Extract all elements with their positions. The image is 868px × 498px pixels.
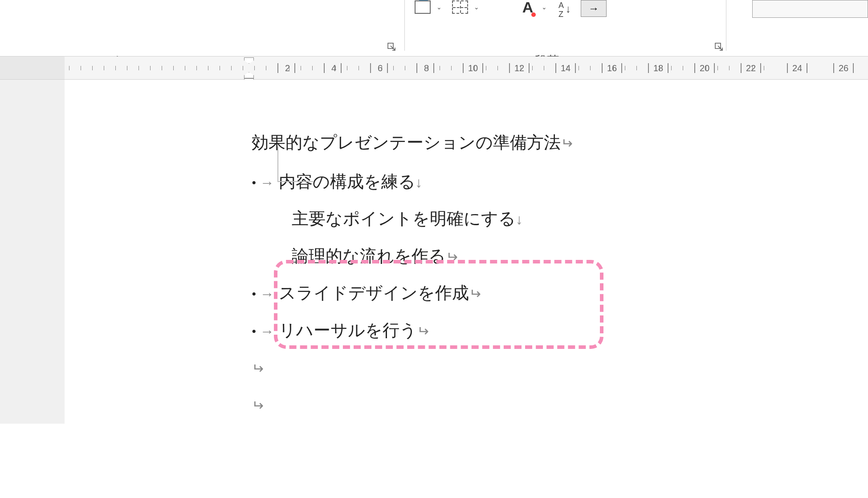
document-text-line[interactable]: 論理的な流れを作る↵ bbox=[292, 238, 868, 275]
paragraph-dialog-launcher[interactable] bbox=[715, 43, 724, 52]
styles-gallery[interactable] bbox=[752, 0, 868, 18]
ruler-major-tick bbox=[509, 63, 510, 73]
ruler-major-tick bbox=[741, 63, 742, 73]
chevron-down-icon: ⌄ bbox=[436, 4, 442, 11]
border-grid-icon bbox=[452, 0, 468, 14]
ruler-major-tick bbox=[433, 63, 434, 73]
border-button[interactable]: ⌄ bbox=[447, 0, 481, 14]
ruler-tick bbox=[173, 66, 174, 70]
ruler-label: 6 bbox=[378, 63, 383, 73]
ruler-tick bbox=[405, 66, 405, 70]
ruler-tick bbox=[266, 66, 266, 70]
document-text-line[interactable]: 主要なポイントを明確にする↓ bbox=[292, 200, 868, 238]
ruler-tick bbox=[104, 66, 104, 70]
empty-paragraph[interactable]: ↵ bbox=[252, 349, 868, 387]
ruler-tick bbox=[486, 66, 486, 70]
ruler-tick bbox=[590, 66, 591, 70]
shading-button[interactable]: ⌄ bbox=[410, 0, 444, 14]
ruler-label: 20 bbox=[700, 63, 709, 73]
ruler-major-tick bbox=[294, 63, 295, 73]
ruler-tick bbox=[127, 66, 127, 70]
sort-icon: A Z bbox=[558, 1, 571, 19]
ruler-major-tick bbox=[529, 63, 530, 73]
bullet-icon: • bbox=[252, 317, 257, 346]
ruler-tick bbox=[671, 66, 672, 70]
ruler-major-tick bbox=[341, 63, 342, 73]
ruler-label: 8 bbox=[424, 63, 429, 73]
ruler-major-tick bbox=[387, 63, 388, 73]
ruler-tick bbox=[139, 66, 139, 70]
ruler-major-tick bbox=[787, 63, 788, 73]
document-bullet-line[interactable]: • → 内容の構成を練る↓ bbox=[252, 163, 868, 201]
font-dialog-launcher[interactable] bbox=[387, 43, 396, 52]
document-page[interactable]: 効果的なプレゼンテーションの準備方法↵ • → 内容の構成を練る↓ 主要なポイン… bbox=[65, 80, 868, 424]
ruler-major-tick bbox=[807, 63, 807, 73]
ruler-major-tick bbox=[416, 63, 417, 73]
text-effect-button[interactable]: A ⌄ bbox=[515, 0, 549, 14]
ruler-tick bbox=[636, 66, 637, 70]
ruler-tick bbox=[683, 66, 683, 70]
ruler-tick bbox=[243, 66, 243, 70]
ruler-tick bbox=[162, 66, 162, 70]
ruler-label: 14 bbox=[561, 63, 571, 73]
horizontal-ruler[interactable]: 2468101214161820222426 bbox=[0, 57, 868, 80]
ruler-tick bbox=[185, 66, 185, 70]
ruler-tick bbox=[544, 66, 544, 70]
tab-mark-icon: → bbox=[260, 316, 274, 347]
ruler-tick bbox=[579, 66, 579, 70]
ruler-major-tick bbox=[575, 63, 576, 73]
ruler-major-tick bbox=[482, 63, 483, 73]
ruler-tick bbox=[254, 66, 255, 70]
ruler-label: 24 bbox=[792, 63, 802, 73]
tab-mark-icon: → bbox=[260, 167, 274, 198]
ruler-tick bbox=[359, 66, 359, 70]
ruler-label: 16 bbox=[607, 63, 617, 73]
document-bullet-line[interactable]: • → リハーサルを行う↵ bbox=[252, 312, 868, 349]
show-formatting-marks-button[interactable]: → bbox=[581, 0, 607, 17]
empty-paragraph[interactable]: ↵ bbox=[252, 386, 868, 424]
ruler-tick bbox=[347, 66, 347, 70]
ruler-major-tick bbox=[694, 63, 695, 73]
ruler-tick bbox=[81, 66, 81, 70]
sort-button[interactable]: A Z bbox=[557, 0, 573, 20]
ruler-major-tick bbox=[668, 63, 668, 73]
ruler-tick bbox=[301, 66, 301, 70]
ruler-label: 18 bbox=[653, 63, 663, 73]
ribbon: ⌄ ⌄ A ⌄ A Z → フォント 段落 bbox=[0, 0, 868, 57]
ruler-tick bbox=[440, 66, 440, 70]
line-break-mark-icon: ↓ bbox=[416, 167, 423, 198]
document-area: 効果的なプレゼンテーションの準備方法↵ • → 内容の構成を練る↓ 主要なポイン… bbox=[0, 80, 868, 424]
ruler-tick bbox=[150, 66, 151, 70]
ruler-label: 22 bbox=[746, 63, 756, 73]
ruler-major-tick bbox=[324, 63, 325, 73]
ruler-major-tick bbox=[370, 63, 371, 73]
ruler-tick bbox=[532, 66, 533, 70]
ruler-label: 2 bbox=[285, 63, 290, 73]
ruler-major-tick bbox=[714, 63, 715, 73]
tab-mark-icon: → bbox=[260, 278, 274, 309]
ruler-tick bbox=[497, 66, 498, 70]
ruler-major-tick bbox=[555, 63, 556, 73]
ruler-tick bbox=[717, 66, 718, 70]
document-text-line[interactable]: 効果的なプレゼンテーションの準備方法↵ bbox=[252, 124, 868, 162]
shading-icon bbox=[415, 0, 431, 14]
group-divider bbox=[726, 0, 726, 51]
ruler-major-tick bbox=[760, 63, 761, 73]
ruler-major-tick bbox=[277, 63, 278, 73]
ruler-tick bbox=[625, 66, 625, 70]
chevron-down-icon: ⌄ bbox=[542, 4, 547, 11]
bullet-icon: • bbox=[252, 168, 257, 198]
ruler-tick bbox=[764, 66, 764, 70]
ruler-major-tick bbox=[853, 63, 854, 73]
ruler-major-tick bbox=[648, 63, 649, 73]
paragraph-mark-icon: ↵ bbox=[417, 316, 429, 347]
bullet-icon: • bbox=[252, 279, 257, 309]
ruler-tick bbox=[69, 66, 69, 70]
ruler-tick bbox=[115, 66, 116, 70]
text-effect-icon: A bbox=[522, 0, 534, 16]
ruler-tick bbox=[393, 66, 394, 70]
document-bullet-line[interactable]: • → スライドデザインを作成↵ bbox=[252, 275, 868, 312]
ruler-tick bbox=[196, 66, 197, 70]
ruler-tick bbox=[208, 66, 208, 70]
chevron-down-icon: ⌄ bbox=[474, 4, 479, 11]
